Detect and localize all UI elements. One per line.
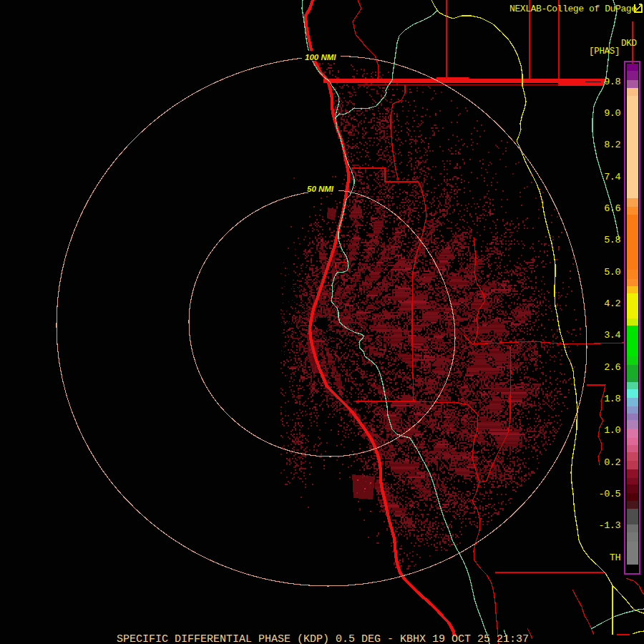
svg-text:6.6: 6.6 bbox=[604, 203, 620, 214]
svg-text:DKD: DKD bbox=[621, 39, 637, 49]
svg-text:5.8: 5.8 bbox=[604, 235, 620, 245]
svg-text:-1.3: -1.3 bbox=[599, 520, 621, 531]
svg-text:7.4: 7.4 bbox=[604, 172, 620, 182]
svg-text:1.8: 1.8 bbox=[604, 394, 620, 404]
svg-text:2.6: 2.6 bbox=[604, 362, 620, 373]
svg-text:SPECIFIC DIFFERENTIAL PHASE (K: SPECIFIC DIFFERENTIAL PHASE (KDP) 0.5 DE… bbox=[117, 633, 529, 644]
svg-text:8.2: 8.2 bbox=[604, 140, 620, 150]
svg-text:3.4: 3.4 bbox=[604, 330, 620, 341]
svg-text:NEXLAB-College of DuPage: NEXLAB-College of DuPage bbox=[509, 4, 637, 14]
svg-text:[PHAS]: [PHAS] bbox=[589, 47, 620, 57]
svg-text:TH: TH bbox=[610, 552, 621, 563]
svg-text:-0.5: -0.5 bbox=[599, 489, 621, 499]
svg-text:9.0: 9.0 bbox=[604, 108, 620, 119]
svg-text:1.0: 1.0 bbox=[604, 425, 620, 436]
svg-text:100 NMI: 100 NMI bbox=[305, 53, 336, 62]
svg-text:4.2: 4.2 bbox=[604, 298, 620, 309]
svg-text:50 NMI: 50 NMI bbox=[307, 185, 334, 193]
svg-text:0.2: 0.2 bbox=[604, 457, 620, 468]
svg-text:5.0: 5.0 bbox=[604, 267, 620, 278]
svg-text:9.8: 9.8 bbox=[604, 77, 620, 87]
